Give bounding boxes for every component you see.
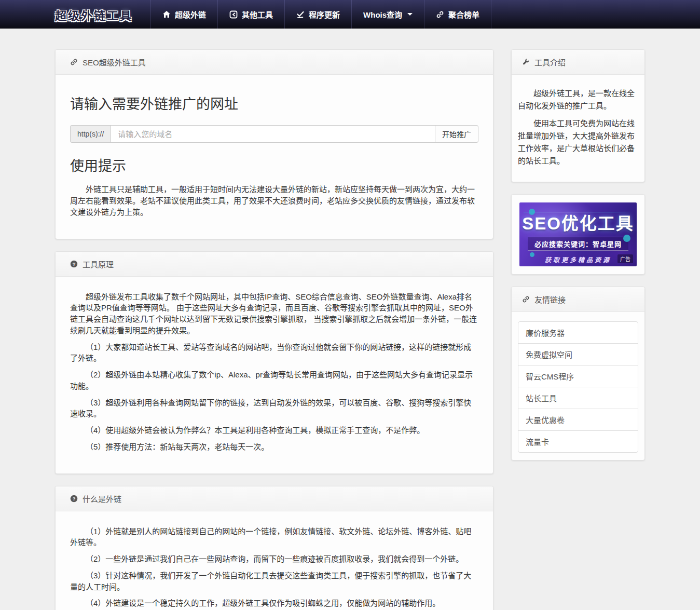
question-circle-icon: ?	[70, 260, 78, 268]
panel-what-is-backlink: ? 什么是外链 （1）外链就是别人的网站链接到自己的网站的一个链接，例如友情链接…	[55, 486, 493, 610]
url-prefix-addon: http(s)://	[70, 125, 111, 143]
svg-text:?: ?	[73, 261, 76, 266]
panel-tool-intro-body: 超级外链工具，是一款在线全自动化发外链的推广工具。 使用本工具可免费为网站在线批…	[512, 75, 644, 182]
wrench-icon	[522, 58, 530, 66]
panel-what-is-backlink-body: （1）外链就是别人的网站链接到自己的网站的一个链接，例如友情链接、软文外链、论坛…	[56, 511, 493, 610]
other-tools-icon	[229, 10, 238, 19]
usage-tips-text: 外链工具只是辅助工具，一般适用于短时间内无法建设大量外链的新站，新站应坚持每天做…	[70, 184, 478, 218]
friend-link-zhiyun-cms[interactable]: 智云CMS程序	[518, 365, 638, 387]
intro-paragraph: 超级外链工具，是一款在线全自动化发外链的推广工具。	[518, 87, 638, 112]
whatis-item: （3）针对这种情况，我们开发了一个外链自动化工具去提交这些查询类工具，便于搜索引…	[70, 570, 478, 593]
sidebar: 工具介绍 超级外链工具，是一款在线全自动化发外链的推广工具。 使用本工具可免费为…	[511, 49, 645, 472]
update-icon	[296, 10, 305, 19]
principle-intro: 超级外链发布工具收集了数千个网站网址，其中包括IP查询、SEO综合信息查询、SE…	[70, 291, 478, 336]
navbar-inner: 超级外链工具 超级外链 其他工具 程序更新	[55, 0, 645, 29]
ad-banner-card: SEO优化工具 必应搜索关键词：智卓星网 获取更多精品资源 广告	[511, 194, 645, 275]
main-nav: 超级外链 其他工具 程序更新 Whois查询	[150, 0, 491, 29]
panel-friend-links-header: 友情链接	[512, 287, 644, 312]
friend-link-coupons[interactable]: 大量优惠卷	[518, 409, 638, 431]
link-icon	[436, 10, 444, 19]
url-input-heading: 请输入需要外链推广的网址	[70, 94, 478, 115]
nav-item-label: Whois查询	[363, 9, 402, 20]
link-icon	[522, 295, 530, 303]
nav-item-label: 聚合榜单	[448, 9, 479, 20]
banner-decor-dot	[530, 252, 534, 257]
top-navbar: 超级外链工具 超级外链 其他工具 程序更新	[0, 0, 700, 29]
ad-banner[interactable]: SEO优化工具 必应搜索关键词：智卓星网 获取更多精品资源 广告	[519, 202, 637, 266]
whatis-item: （4）外链建设是一个稳定持久的工作，超级外链工具仅作为吸引蜘蛛之用，仅能做为网站…	[70, 598, 478, 609]
nav-item-label: 其他工具	[242, 9, 273, 20]
banner-title: SEO优化工具	[522, 215, 634, 232]
panel-tool-intro: 工具介绍 超级外链工具，是一款在线全自动化发外链的推广工具。 使用本工具可免费为…	[511, 49, 645, 182]
home-icon	[162, 10, 171, 19]
intro-paragraph: 使用本工具可免费为网站在线批量增加外链，大大提高外链发布工作效率，是广大草根站长…	[518, 117, 638, 167]
nav-item-program-update[interactable]: 程序更新	[284, 0, 351, 29]
banner-subtitle: 必应搜索关键词：智卓星网	[528, 237, 628, 251]
brand-logo-text: 超级外链工具	[55, 6, 133, 23]
banner-tagline: 获取更多精品资源	[545, 255, 611, 264]
ad-badge: 广告	[617, 254, 633, 263]
friend-link-free-hosting[interactable]: 免费虚拟空间	[518, 344, 638, 365]
panel-tool-principle-body: 超级外链发布工具收集了数千个网站网址，其中包括IP查询、SEO综合信息查询、SE…	[56, 277, 493, 473]
panel-seo-tool-header: SEO超级外链工具	[56, 50, 493, 75]
panel-tool-principle-header: ? 工具原理	[56, 252, 493, 277]
principle-item: （2）超级外链由本站精心收集了数个ip、Alexa、pr查询等站长常用查询网站，…	[70, 369, 478, 392]
main-column: SEO超级外链工具 请输入需要外链推广的网址 http(s):// 开始推广 使…	[55, 49, 493, 610]
start-promotion-button[interactable]: 开始推广	[435, 125, 478, 143]
nav-item-label: 超级外链	[175, 9, 206, 20]
nav-item-whois-dropdown[interactable]: Whois查询	[351, 0, 424, 29]
nav-item-aggregate-list[interactable]: 聚合榜单	[424, 0, 491, 29]
brand-logo[interactable]: 超级外链工具	[55, 0, 150, 29]
panel-title: SEO超级外链工具	[83, 57, 146, 67]
panel-friend-links: 友情链接 廉价服务器 免费虚拟空间 智云CMS程序 站长工具 大量优惠卷 流量卡	[511, 287, 645, 460]
banner-decor-line	[524, 212, 633, 212]
panel-tool-principle: ? 工具原理 超级外链发布工具收集了数千个网站网址，其中包括IP查询、SEO综合…	[55, 251, 493, 474]
nav-item-super-link[interactable]: 超级外链	[150, 0, 217, 29]
principle-item: （1）大家都知道站长工具、爱站等查询域名的网站吧，当你查询过他就会留下你的网站链…	[70, 342, 478, 364]
principle-item: （4）使用超级外链会被认为作弊么？本工具是利用各种查询工具，模拟正常手工查询，不…	[70, 425, 478, 436]
panel-tool-intro-header: 工具介绍	[512, 50, 644, 75]
link-icon	[70, 58, 78, 66]
principle-item: （3）超级外链利用各种查询网站留下你的链接，达到自动发外链的效果，可以被百度、谷…	[70, 397, 478, 420]
banner-decor-dot	[529, 209, 535, 215]
whatis-item: （2）一些外链是通过我们自己在一些网站查询，而留下的一些痕迹被百度抓取收录，我们…	[70, 553, 478, 565]
panel-title: 什么是外链	[83, 493, 121, 504]
nav-item-label: 程序更新	[309, 9, 340, 20]
banner-decor-dot	[623, 235, 630, 242]
whatis-item: （1）外链就是别人的网站链接到自己的网站的一个链接，例如友情链接、软文外链、论坛…	[70, 526, 478, 549]
panel-title: 工具原理	[83, 259, 114, 269]
caret-down-icon	[407, 13, 413, 16]
usage-tips-heading: 使用提示	[70, 156, 478, 177]
friend-link-data-card[interactable]: 流量卡	[518, 431, 638, 452]
panel-seo-tool: SEO超级外链工具 请输入需要外链推广的网址 http(s):// 开始推广 使…	[55, 49, 493, 239]
page-container: SEO超级外链工具 请输入需要外链推广的网址 http(s):// 开始推广 使…	[55, 29, 645, 610]
friend-link-cheap-server[interactable]: 廉价服务器	[518, 322, 638, 344]
friend-link-webmaster-tools[interactable]: 站长工具	[518, 387, 638, 409]
principle-item: （5）推荐使用方法：新站每天两次，老站每天一次。	[70, 441, 478, 453]
question-circle-icon: ?	[70, 495, 78, 503]
panel-title: 工具介绍	[534, 57, 566, 67]
panel-title: 友情链接	[534, 294, 566, 305]
panel-seo-tool-body: 请输入需要外链推广的网址 http(s):// 开始推广 使用提示 外链工具只是…	[56, 75, 493, 239]
nav-item-other-tools[interactable]: 其他工具	[217, 0, 284, 29]
url-input-group: http(s):// 开始推广	[70, 125, 478, 143]
panel-what-is-backlink-header: ? 什么是外链	[56, 486, 493, 511]
friend-links-list: 廉价服务器 免费虚拟空间 智云CMS程序 站长工具 大量优惠卷 流量卡	[518, 321, 638, 453]
domain-input[interactable]	[111, 125, 435, 143]
svg-text:?: ?	[73, 496, 76, 501]
